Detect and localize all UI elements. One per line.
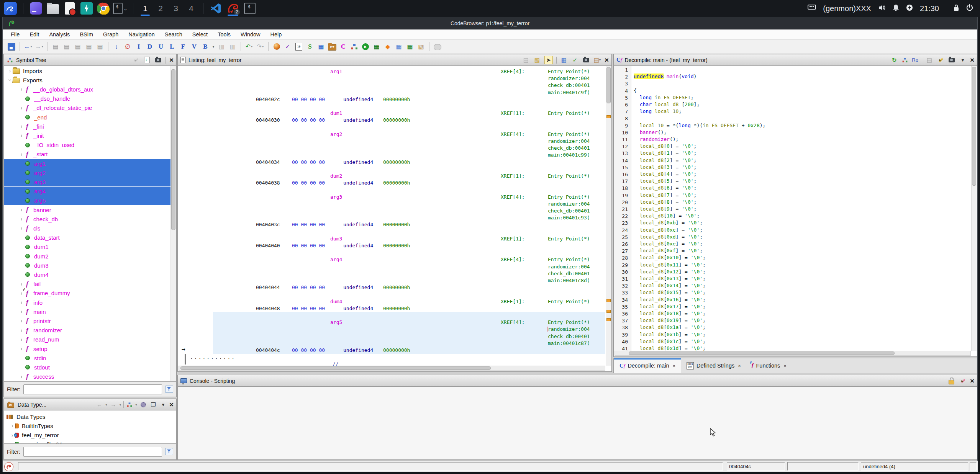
- data-types-filter-input[interactable]: [23, 447, 162, 457]
- close-icon[interactable]: ×: [169, 56, 174, 64]
- decompile-code-line[interactable]: local_d8[4] = '\0';: [634, 171, 971, 177]
- tree-chevron-icon[interactable]: ›: [19, 105, 24, 111]
- close-icon[interactable]: ×: [970, 377, 974, 384]
- symbol-tree-item-arg4[interactable]: arg4: [4, 187, 176, 196]
- symbol-tree-item-_start[interactable]: ›f_start: [4, 150, 176, 159]
- tree-chevron-icon[interactable]: ›: [19, 317, 24, 324]
- menu-tools[interactable]: Tools: [213, 29, 236, 39]
- toolbar-gray-a[interactable]: ▥: [216, 42, 226, 52]
- toolbar-nav-page-5[interactable]: ▤: [95, 42, 105, 52]
- tree-chevron-icon[interactable]: ›: [19, 132, 24, 139]
- symbol-tree-item-check_db[interactable]: ›fcheck_db: [4, 214, 176, 224]
- tree-chevron-icon[interactable]: ›: [19, 151, 24, 158]
- decompile-code-line[interactable]: local_d8[5] = '\0';: [634, 178, 971, 184]
- symbol-tree-item-Imports[interactable]: ›Imports: [4, 66, 176, 75]
- taskbar-workspace-4[interactable]: 4: [185, 1, 198, 16]
- close-icon[interactable]: ×: [169, 401, 174, 408]
- taskbar-workspace-2[interactable]: 2: [154, 1, 167, 16]
- toolbar-forward[interactable]: →▾: [34, 42, 44, 52]
- symbol-tree-item-data_start[interactable]: data_start: [4, 233, 176, 242]
- decompile-code-line[interactable]: local_d8[0x10] = '\0';: [634, 255, 971, 260]
- symbol-tree-item-stdin[interactable]: stdin: [4, 353, 176, 363]
- paste-icon[interactable]: ▧: [533, 56, 541, 64]
- toolbar-call-tree[interactable]: [349, 42, 359, 52]
- listing-row[interactable]: main:00401c93(: [215, 214, 605, 221]
- taskbar-workspace-1[interactable]: 1: [139, 1, 152, 16]
- listing-row[interactable]: dum3XREF[1]:Entry Point(*): [215, 235, 605, 242]
- listing-row[interactable]: check_db:00401: [215, 208, 605, 214]
- symbol-tree-item-dum4[interactable]: dum4: [4, 270, 176, 279]
- toolbar-comment-bubble[interactable]: [433, 42, 442, 52]
- symbol-tree-item-__do_global_dtors_aux[interactable]: ›f__do_global_dtors_aux: [4, 85, 176, 94]
- decompile-code-line[interactable]: local_d8[0xc] = '\0';: [634, 227, 971, 233]
- toolbar-undo[interactable]: ↶▾: [244, 42, 254, 52]
- symbol-tree-item-frame_dummy[interactable]: ›fframe_dummy: [4, 289, 176, 298]
- symbol-tree-item-fail[interactable]: ›ffail: [4, 279, 176, 289]
- toolbar-script-s[interactable]: S: [305, 42, 315, 52]
- graph-icon[interactable]: [127, 402, 132, 407]
- toolbar-clear[interactable]: ▧: [416, 42, 426, 52]
- decompile-scrollbar[interactable]: [971, 66, 977, 351]
- decompile-code-line[interactable]: local_d8[0x19] = '\0';: [634, 317, 971, 323]
- decompile-code-line[interactable]: local_d8[0x11] = '\0';: [634, 262, 971, 268]
- diff-table-icon[interactable]: ▦: [560, 56, 568, 64]
- listing-row[interactable]: arg3XREF[4]:Entry Point(*): [215, 194, 605, 201]
- symbol-tree-item-setup[interactable]: ›fsetup: [4, 344, 176, 353]
- decompile-code-line[interactable]: local_d8[0x14] = '\0';: [634, 283, 971, 288]
- toolbar-table-add[interactable]: ▦: [405, 42, 415, 52]
- toolbar-letter-D[interactable]: D: [145, 42, 155, 52]
- decompile-code-line[interactable]: local_d8[8] = '\0';: [634, 199, 971, 205]
- toolbar-run[interactable]: ▶: [361, 42, 370, 52]
- tree-chevron-icon[interactable]: ›: [7, 67, 13, 74]
- decompile-code-line[interactable]: local_d8[3] = '\0';: [634, 164, 971, 170]
- import-icon[interactable]: [143, 56, 151, 64]
- listing-row[interactable]: dum1XREF[1]:Entry Point(*): [215, 110, 605, 117]
- decompile-code-line[interactable]: local_d8[0xd] = '\0';: [634, 234, 971, 240]
- symbol-tree-item-dum1[interactable]: dum1: [4, 242, 176, 252]
- tab-close-icon[interactable]: ×: [783, 363, 787, 369]
- decompile-code-line[interactable]: {: [634, 88, 971, 93]
- decompile-code-line[interactable]: local_d8[6] = '\0';: [634, 185, 971, 191]
- tree-chevron-icon[interactable]: ›: [10, 422, 15, 429]
- listing-row[interactable]: check_db:00401: [215, 82, 605, 89]
- listing-row[interactable]: 0040403400 00 00 00undefined400000000h: [215, 159, 605, 166]
- copy-icon[interactable]: ▤: [926, 56, 933, 64]
- menu-bsim[interactable]: BSim: [75, 29, 98, 39]
- listing-row[interactable]: main:00401c9f(: [215, 89, 605, 96]
- listing-row[interactable]: dum2XREF[1]:Entry Point(*): [215, 173, 605, 180]
- book-icon[interactable]: ▤▾: [593, 56, 601, 64]
- chevron-down-icon[interactable]: ▼: [959, 56, 967, 64]
- toolbar-nav-page-3[interactable]: ▤: [73, 42, 83, 52]
- symbol-tree-item-_IO_stdin_used[interactable]: _IO_stdin_used: [4, 141, 176, 150]
- snapshot-camera-icon[interactable]: [154, 56, 162, 64]
- listing-header[interactable]: Listing: feel_my_terror ▤ ▧ ➤ ▦ ✓ ▤▾ ×: [178, 54, 611, 66]
- toolbar-table[interactable]: ▦: [316, 42, 326, 52]
- decompile-code-line[interactable]: char local_d8 [200];: [634, 101, 971, 107]
- lock-icon[interactable]: [953, 4, 959, 13]
- toolbar-memory-map[interactable]: ▦: [372, 42, 382, 52]
- listing-row[interactable]: 0040403000 00 00 00undefined400000000h: [215, 117, 605, 124]
- tree-chevron-icon[interactable]: ›: [19, 225, 24, 232]
- decompile-code-line[interactable]: local_d8[1] = '\0';: [634, 150, 971, 156]
- decompile-code-line[interactable]: local_d8[2] = '\0';: [634, 157, 971, 163]
- tree-chevron-icon[interactable]: ›: [19, 327, 24, 333]
- decompile-hscrollbar[interactable]: [615, 351, 971, 356]
- symbol-tree-item-Exports[interactable]: ›Exports: [4, 75, 176, 85]
- decompile-code-line[interactable]: local_d8[0x12] = '\0';: [634, 269, 971, 275]
- decompile-code-line[interactable]: long local_10;: [634, 108, 971, 114]
- data-types-root[interactable]: Data Types: [4, 412, 175, 421]
- listing-row[interactable]: 0040404400 00 00 00undefined400000000h: [215, 284, 605, 291]
- symbol-tree-item-_init[interactable]: ›f_init: [4, 131, 176, 140]
- listing-row[interactable]: 0040403c00 00 00 00undefined400000000h: [215, 221, 605, 228]
- listing-row[interactable]: check_db:00401: [215, 145, 605, 152]
- tree-chevron-icon[interactable]: ›: [19, 345, 24, 352]
- taskbar-chrome[interactable]: [96, 1, 111, 16]
- symbol-tree-item-printstr[interactable]: ›fprintstr: [4, 316, 176, 325]
- listing-row[interactable]: arg2XREF[4]:Entry Point(*): [215, 131, 605, 138]
- taskbar-terminal-teal[interactable]: [79, 1, 94, 16]
- decompile-code-line[interactable]: local_d8[0xb] = '\0';: [634, 220, 971, 226]
- listing-row[interactable]: ...........: [215, 354, 605, 361]
- tree-chevron-icon[interactable]: ›: [19, 206, 24, 213]
- listing-row[interactable]: [215, 166, 605, 173]
- cursor-tool-icon[interactable]: ➤: [544, 56, 553, 64]
